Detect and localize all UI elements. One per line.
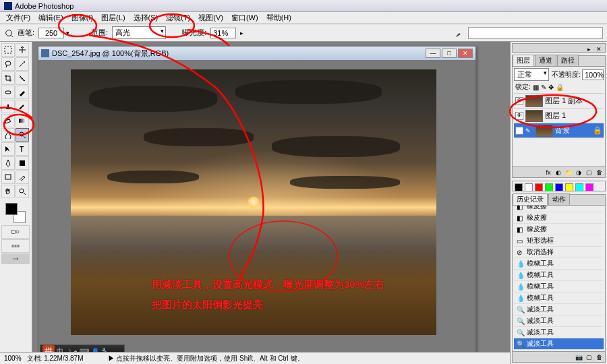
marquee-tool[interactable] — [1, 43, 15, 57]
zoom-level[interactable]: 100% — [4, 355, 22, 362]
swatch[interactable] — [555, 183, 563, 191]
history-row[interactable]: ▭矩形选框 — [514, 235, 604, 247]
history-row[interactable]: 💧模糊工具 — [514, 258, 604, 270]
swatch[interactable] — [535, 183, 543, 191]
close-button[interactable]: ✕ — [458, 49, 473, 58]
quickmask-toggle[interactable] — [1, 225, 30, 239]
layer-adjust-icon[interactable]: ◑ — [575, 169, 583, 177]
menu-filter[interactable]: 滤镜(T) — [163, 13, 194, 23]
swatch[interactable] — [575, 183, 583, 191]
panel-menu-icon[interactable]: ▸ — [585, 45, 593, 53]
swatch[interactable] — [585, 183, 594, 191]
path-select-tool[interactable] — [1, 142, 15, 156]
blur-tool[interactable] — [1, 128, 15, 142]
menu-edit[interactable]: 编辑(E) — [35, 13, 67, 23]
maximize-button[interactable]: □ — [442, 49, 457, 58]
heal-tool[interactable] — [1, 86, 15, 99]
layer-row[interactable]: 👁 ✎ 背景 🔒 — [514, 123, 604, 138]
tab-channels[interactable]: 通道 — [535, 55, 556, 66]
lock-move-icon[interactable]: ✥ — [548, 84, 554, 91]
photo-canvas[interactable]: 用减淡工具，设置高光模式，曝光度调整为30%左右 把图片的太阳倒影光提亮 — [71, 69, 436, 335]
history-new-icon[interactable]: ▢ — [585, 353, 593, 361]
layer-row[interactable]: 👁 图层 1 副本 — [514, 94, 604, 109]
history-label: 减淡工具 — [527, 328, 554, 337]
screenmode-toggle[interactable] — [1, 239, 30, 253]
doc-info[interactable]: 文档: 1.22M/3.87M — [27, 354, 84, 363]
history-row[interactable]: 💧模糊工具 — [514, 281, 604, 293]
panel-close-icon[interactable]: ✕ — [595, 45, 603, 53]
stamp-tool[interactable] — [1, 100, 15, 113]
menu-file[interactable]: 文件(F) — [3, 13, 34, 23]
fg-color[interactable] — [5, 203, 18, 215]
layer-folder-icon[interactable]: 📁 — [565, 169, 573, 177]
layer-mask-icon[interactable]: ◐ — [554, 169, 562, 177]
swatch[interactable] — [565, 183, 573, 191]
history-row[interactable]: ⊘取消选择 — [514, 247, 604, 258]
layer-fx-icon[interactable]: fx — [544, 169, 552, 177]
tab-layers[interactable]: 图层 — [513, 55, 534, 66]
history-row[interactable]: ◧橡皮擦 — [514, 206, 604, 212]
tab-actions[interactable]: 动作 — [548, 193, 570, 205]
crop-tool[interactable] — [1, 71, 15, 85]
dodge-tool[interactable] — [16, 128, 29, 142]
visibility-icon[interactable]: 👁 — [515, 112, 523, 120]
hand-tool[interactable] — [1, 185, 15, 198]
history-brush-tool[interactable] — [16, 100, 29, 113]
opacity-field[interactable]: 100% — [582, 69, 604, 80]
pen-tool[interactable] — [1, 156, 15, 170]
brush-tool[interactable] — [16, 86, 29, 99]
eraser-tool[interactable] — [1, 114, 15, 127]
history-row[interactable]: 💧模糊工具 — [514, 293, 604, 304]
lock-trans-icon[interactable]: ▦ — [533, 84, 539, 91]
jump-to-imageready[interactable] — [1, 253, 30, 264]
swatch[interactable] — [525, 183, 533, 191]
swatch[interactable] — [545, 183, 553, 191]
palette-well[interactable] — [468, 27, 603, 39]
color-swatches[interactable] — [1, 202, 30, 224]
layer-trash-icon[interactable]: 🗑 — [595, 169, 603, 177]
history-row[interactable]: 🔍减淡工具 — [514, 338, 604, 350]
history-snapshot-icon[interactable]: 📷 — [575, 353, 583, 361]
gradient-tool[interactable] — [16, 114, 29, 127]
lock-paint-icon[interactable]: ✎ — [541, 84, 546, 91]
menu-image[interactable]: 图像(I) — [68, 13, 96, 23]
history-row[interactable]: 🔍减淡工具 — [514, 327, 604, 338]
wand-tool[interactable] — [16, 57, 29, 71]
layer-new-icon[interactable]: ▢ — [585, 169, 593, 177]
document-body[interactable]: 用减淡工具，设置高光模式，曝光度调整为30%左右 把图片的太阳倒影光提亮 拼 中… — [38, 60, 475, 359]
lock-all-icon[interactable]: 🔒 — [556, 84, 564, 91]
range-dropdown[interactable]: 高光 — [112, 26, 166, 39]
history-row[interactable]: 🔍减淡工具 — [514, 304, 604, 315]
slice-tool[interactable] — [16, 71, 29, 85]
menu-help[interactable]: 帮助(H) — [263, 13, 295, 23]
brush-size-field[interactable]: 250 — [38, 28, 64, 38]
eyedropper-tool[interactable] — [16, 171, 29, 184]
layer-row[interactable]: 👁 图层 1 — [514, 109, 604, 123]
history-row[interactable]: ◧橡皮擦 — [514, 224, 604, 235]
history-row[interactable]: 💧模糊工具 — [514, 270, 604, 281]
svg-rect-17 — [12, 231, 16, 234]
history-row[interactable]: ◧橡皮擦 — [514, 212, 604, 224]
minimize-button[interactable]: — — [426, 49, 440, 58]
airbrush-icon[interactable] — [455, 28, 464, 38]
visibility-icon[interactable]: 👁 — [515, 127, 523, 135]
menu-select[interactable]: 选择(S) — [130, 13, 162, 23]
notes-tool[interactable] — [1, 171, 15, 184]
swatch[interactable] — [515, 183, 523, 191]
lasso-tool[interactable] — [1, 57, 15, 71]
move-tool[interactable] — [16, 43, 29, 57]
menu-window[interactable]: 窗口(W) — [228, 13, 262, 23]
tab-paths[interactable]: 路径 — [557, 55, 579, 66]
document-titlebar[interactable]: DSC_2547.jpg @ 100%(背景,RGB) — □ ✕ — [38, 47, 475, 60]
history-trash-icon[interactable]: 🗑 — [595, 353, 603, 361]
history-row[interactable]: 🔍减淡工具 — [514, 315, 604, 327]
tab-history[interactable]: 历史记录 — [513, 193, 548, 205]
shape-tool[interactable] — [16, 156, 29, 170]
menu-view[interactable]: 视图(V) — [195, 13, 227, 23]
blend-mode-dropdown[interactable]: 正常 — [514, 68, 549, 81]
exposure-field[interactable]: 31% — [210, 28, 236, 38]
menu-layer[interactable]: 图层(L) — [98, 13, 128, 23]
visibility-icon[interactable]: 👁 — [515, 97, 523, 105]
type-tool[interactable]: T — [16, 142, 29, 156]
zoom-tool[interactable] — [16, 185, 29, 198]
